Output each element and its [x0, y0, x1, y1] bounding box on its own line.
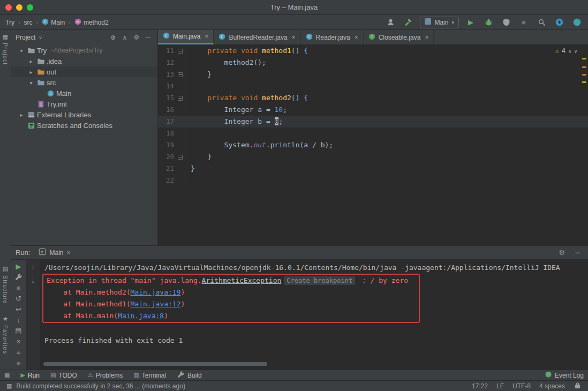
close-window-button[interactable] — [5, 4, 12, 11]
code-line[interactable]: 18 — [158, 127, 588, 139]
code-line[interactable]: 21} — [158, 163, 588, 175]
analysis-mark[interactable] — [582, 66, 586, 68]
code-line[interactable]: 15 private void method2() { — [158, 92, 588, 104]
toolstrip-structure[interactable]: ▤Structure — [0, 266, 11, 304]
status-time[interactable]: 17:22 — [472, 382, 488, 390]
clear-all-button[interactable]: × — [13, 337, 25, 346]
soft-wrap-button[interactable]: ↩ — [13, 305, 25, 314]
stop-button[interactable]: ■ — [13, 283, 25, 292]
toolwindow-build[interactable]: Build — [177, 371, 202, 380]
settings-icon[interactable]: ⚙ — [556, 247, 568, 259]
code-line[interactable]: 17 Integer b = 0; — [158, 116, 588, 127]
down-stack-trace-button[interactable]: ↓ — [27, 275, 39, 286]
fold-marker-icon[interactable] — [178, 155, 183, 160]
tree-item-external-libraries[interactable]: ▸External Libraries — [11, 109, 157, 120]
zoom-window-button[interactable] — [27, 4, 33, 11]
tree-item-scratches-and-consoles[interactable]: Scratches and Consoles — [11, 120, 157, 131]
layout-menu-button[interactable]: ≡ — [13, 348, 25, 357]
ide-settings-icon[interactable] — [571, 17, 583, 28]
code-line[interactable]: 11 private void method1() { — [158, 45, 588, 57]
fold-column[interactable] — [174, 45, 186, 57]
code-line[interactable]: 14 — [158, 80, 588, 92]
build-project-icon[interactable] — [402, 17, 414, 28]
tree-item-main[interactable]: CMain — [11, 88, 157, 99]
code-line[interactable]: 16 Integer a = 10; — [158, 104, 588, 116]
code-line[interactable]: 20 } — [158, 151, 588, 163]
toolstrip-project[interactable]: ▦Project — [0, 33, 11, 65]
run-config-select[interactable]: Main▾ — [420, 17, 459, 28]
hide-panel-icon[interactable]: ─ — [572, 247, 584, 259]
user-settings-icon[interactable] — [385, 17, 396, 28]
rerun-button[interactable]: ▶ — [13, 262, 25, 271]
status-encoding[interactable]: UTF-8 — [512, 382, 531, 390]
fold-column[interactable] — [174, 151, 186, 163]
fold-marker-icon[interactable] — [178, 96, 183, 101]
horizontal-scrollbar[interactable] — [43, 362, 267, 366]
tree-item-try[interactable]: ▾Try~/IdeaProjects/Try — [11, 45, 157, 56]
code-line[interactable]: 12 method2(); — [158, 57, 588, 69]
analysis-mark[interactable] — [582, 74, 586, 76]
inspections-widget[interactable]: ⚠ 4 ∧ ∨ — [553, 47, 579, 55]
restore-layout-button[interactable]: ↺ — [13, 294, 25, 303]
code-line[interactable]: 22 — [158, 175, 588, 186]
print-button[interactable]: ▤ — [13, 326, 25, 335]
toolwindow-switcher-icon[interactable]: ▦ — [4, 372, 10, 379]
chevron-right-icon[interactable]: ▸ — [26, 58, 36, 64]
analysis-mark[interactable] — [582, 81, 586, 83]
build-button[interactable] — [13, 273, 25, 282]
run-button[interactable]: ▶ — [465, 17, 477, 28]
status-line-separator[interactable]: LF — [496, 382, 504, 390]
settings-icon[interactable]: ⚙ — [132, 33, 141, 42]
tree-item-try-iml[interactable]: iTry.iml — [11, 99, 157, 109]
chevron-down-icon[interactable]: ∨ — [39, 35, 42, 40]
next-problem-icon[interactable]: ∨ — [574, 48, 577, 54]
more-button[interactable]: » — [13, 358, 25, 367]
run-tab[interactable]: Main × — [35, 246, 73, 259]
close-tab-icon[interactable]: × — [205, 33, 208, 40]
chevron-right-icon[interactable]: ▸ — [26, 69, 36, 75]
status-panel-icon[interactable]: ▦ — [6, 382, 12, 389]
search-everywhere-icon[interactable] — [536, 17, 547, 28]
breadcrumb-item[interactable]: Try — [5, 19, 14, 26]
locate-file-icon[interactable]: ⊕ — [108, 33, 118, 42]
console-link[interactable]: Main.java:12 — [131, 300, 181, 308]
breadcrumb-item[interactable]: CMain — [42, 18, 65, 27]
chevron-down-icon[interactable]: ▾ — [26, 80, 36, 86]
scroll-to-end-button[interactable]: ↓ — [13, 315, 25, 325]
close-tab-icon[interactable]: × — [425, 34, 428, 41]
fold-marker-icon[interactable] — [178, 72, 183, 77]
toolwindow-terminal[interactable]: ▥Terminal — [133, 372, 166, 379]
tab-bufferedreader-java[interactable]: CBufferedReader.java× — [214, 30, 300, 44]
event-log-button[interactable]: Event Log — [545, 371, 584, 379]
breadcrumb-item[interactable]: mmethod2 — [74, 18, 109, 27]
console-output[interactable]: /Users/seojin/Library/Java/JavaVirtualMa… — [40, 260, 588, 370]
toolwindow-todo[interactable]: ▤TODO — [50, 372, 77, 379]
close-tab-icon[interactable]: × — [355, 34, 358, 41]
code-editor[interactable]: 11 private void method1() {12 method2();… — [158, 45, 588, 245]
collapse-all-icon[interactable]: ∧ — [120, 33, 130, 42]
minimize-window-button[interactable] — [16, 4, 22, 11]
console-link[interactable]: Main.java:19 — [131, 288, 181, 296]
update-project-icon[interactable] — [553, 17, 565, 28]
tab-main-java[interactable]: CMain.java× — [158, 30, 214, 44]
prev-problem-icon[interactable]: ∧ — [568, 48, 571, 54]
debug-icon[interactable] — [483, 17, 494, 28]
hide-panel-icon[interactable]: ─ — [144, 33, 153, 42]
chevron-right-icon[interactable]: ▸ — [17, 112, 26, 118]
coverage-icon[interactable] — [500, 17, 512, 28]
toolwindow-problems[interactable]: ⚠Problems — [88, 372, 123, 379]
chevron-down-icon[interactable]: ▾ — [17, 48, 26, 54]
tree-item-src[interactable]: ▾src — [11, 77, 157, 88]
status-indent[interactable]: 4 spaces — [539, 382, 565, 390]
tab-reader-java[interactable]: CReader.java× — [301, 30, 364, 44]
tree-item-out[interactable]: ▸out — [11, 66, 157, 77]
toolwindow-run[interactable]: ▶Run — [20, 372, 39, 379]
toolstrip-favorites[interactable]: ★Favorites — [0, 315, 11, 354]
lock-icon[interactable] — [574, 381, 582, 391]
project-panel-title[interactable]: Project — [16, 34, 35, 41]
close-tab-icon[interactable]: × — [292, 34, 296, 41]
code-line[interactable]: 19 System.out.println(a / b); — [158, 139, 588, 151]
analysis-mark[interactable] — [582, 58, 586, 59]
up-stack-trace-button[interactable]: ↑ — [27, 262, 39, 273]
console-link[interactable]: Main.java:8 — [118, 312, 164, 320]
